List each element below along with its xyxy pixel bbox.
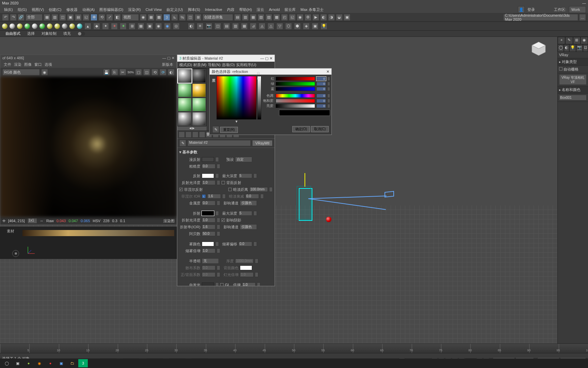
obj-icon[interactable]: ◉ [164,23,171,30]
obj-icon[interactable]: ▦ [137,23,144,30]
tool-icon[interactable]: ▢ [135,69,142,76]
obj-icon[interactable]: ▽ [276,23,283,30]
subcat-icon[interactable]: ⊡ [583,44,588,52]
light-icon[interactable] [10,24,15,29]
scale-button[interactable]: ⤢ [106,14,113,21]
tool-icon[interactable]: ◧ [114,14,121,21]
whiteness-slider[interactable]: 白度 [257,76,261,120]
app-icon[interactable]: ◉ [35,359,44,367]
light-icon[interactable] [39,24,45,29]
obj-icon[interactable]: ▣ [312,23,318,30]
obj-icon[interactable]: ◉ [155,23,162,30]
close-icon[interactable]: ✕ [270,56,273,60]
menu-antivirus[interactable]: Max 杀毒卫士 [298,6,326,13]
taskview-icon[interactable]: ▣ [13,359,22,367]
move-gizmo[interactable] [305,173,305,187]
channel-dropdown[interactable]: RGB 颜色 [2,69,40,76]
light-icon[interactable] [17,24,22,29]
obj-icon[interactable]: ⬢ [294,23,301,30]
eye-icon[interactable]: ◉ [41,69,48,76]
material-slot[interactable] [192,83,206,97]
reflect-swatch[interactable] [202,173,214,178]
obj-icon[interactable]: ⬡ [285,23,292,30]
render-setup-icon[interactable]: ⚙ [305,14,311,21]
tool-icon[interactable]: ▩ [273,14,280,21]
undo-button[interactable]: ↶ [2,14,9,21]
hue-field[interactable]: 色调 [216,76,257,120]
material-slot[interactable] [192,98,206,111]
sat-slider[interactable] [276,99,315,103]
material-slot[interactable] [178,112,192,126]
reset-button[interactable]: 重置(R) [220,127,238,133]
app-icon[interactable]: ● [46,359,55,367]
refract-swatch[interactable] [202,211,214,216]
obj-icon[interactable]: ▲ [84,23,91,30]
render-button[interactable]: ⟳ [160,69,166,76]
material-slot[interactable] [192,112,206,126]
material-type[interactable]: VRayMtl [252,140,273,146]
create-tab[interactable]: + [558,37,565,44]
menu-views[interactable]: 视图(V) [30,6,46,13]
close-icon[interactable]: ✕ [172,56,175,60]
tab-freeform[interactable]: 自由形式 [5,31,20,36]
min-icon[interactable]: — [260,56,264,60]
3dsmax-icon[interactable]: 3 [78,359,88,367]
target-gizmo[interactable] [326,217,331,222]
close-icon[interactable]: ✕ [326,70,329,74]
render-frame-icon[interactable]: ▶ [312,14,319,21]
start-button[interactable]: ◯ [2,359,12,367]
tool-icon[interactable]: ▦ [250,14,257,21]
material-editor-icon[interactable]: ◉ [297,14,304,21]
light-icon[interactable] [32,24,37,29]
link-button[interactable]: 🔗 [18,14,24,21]
obj-icon[interactable]: ▥ [232,23,239,30]
tool-icon[interactable]: ◑ [328,14,335,21]
project-path[interactable]: C:\Users\Administrator\Documents\3ds Max… [503,14,578,21]
menu-customize[interactable]: 自定义(U) [164,6,185,13]
obj-icon[interactable]: ▤ [223,23,230,30]
camera-icon[interactable] [385,191,394,198]
tool-icon[interactable]: ▦ [148,14,154,21]
tool-icon[interactable]: ◰ [281,14,288,21]
diffuse-swatch[interactable] [202,157,214,162]
tool-icon[interactable]: ⊞ [195,14,201,21]
max-icon[interactable]: ▢ [265,56,268,60]
refresh-icon[interactable]: ⟲ [151,69,158,76]
menu-edit[interactable]: 辑(E) [2,6,15,13]
settings-icon[interactable]: ✱ [12,250,19,257]
obj-icon[interactable]: △ [267,23,274,30]
coord-system[interactable]: 视图 [122,14,139,21]
obj-icon[interactable]: ◫ [214,23,221,30]
hierarchy-tab[interactable]: ⊞ [573,37,581,44]
toggle-icon[interactable] [78,32,85,36]
subcat-icon[interactable]: 💡 [569,44,576,52]
tool-icon[interactable]: ▥ [242,14,249,21]
modify-tab[interactable]: ✎ [565,37,573,44]
login-label[interactable]: 登录 [525,6,537,13]
tool-icon[interactable]: ◐ [168,69,175,76]
menu-interactive[interactable]: Interactive [203,7,224,12]
tool-icon[interactable]: ▨ [265,14,272,21]
tool-icon[interactable]: ◉ [140,14,147,21]
workspace-dropdown[interactable]: Work [569,6,586,13]
obj-icon[interactable]: ◬ [259,23,265,30]
min-button[interactable]: — [582,1,586,5]
rotate-button[interactable]: ⟲ [98,14,105,21]
obj-icon[interactable]: ⊞ [129,23,135,30]
material-slot[interactable] [178,83,192,97]
translucency-dropdown[interactable]: 无 [202,258,219,264]
material-slot[interactable] [178,69,192,83]
preset-dropdown[interactable]: 自定 [235,157,252,162]
menu-scripting[interactable]: 脚本(S) [186,6,202,13]
tool-icon[interactable]: ▣ [344,14,350,21]
max-icon[interactable]: ▢ [167,56,170,60]
percent-snap-icon[interactable]: % [179,14,186,21]
obj-icon[interactable]: ✷ [120,23,127,30]
obj-icon[interactable]: ◈ [303,23,310,30]
tool-icon[interactable] [179,132,185,138]
fog-swatch[interactable] [202,242,214,246]
tool-icon[interactable] [192,132,198,138]
obj-icon[interactable]: 💡 [321,23,327,30]
light-icon[interactable] [69,24,75,29]
tool-icon[interactable]: ◫ [187,14,194,21]
